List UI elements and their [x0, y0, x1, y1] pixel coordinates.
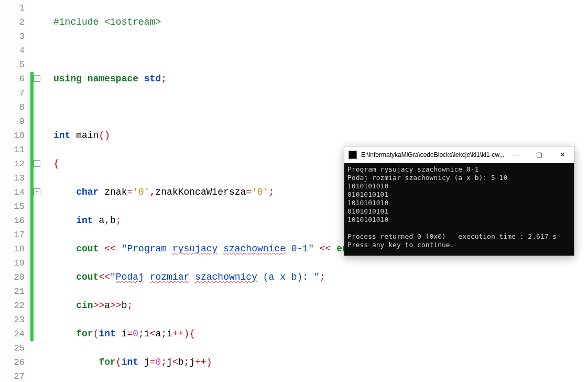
- change-marker: [30, 72, 34, 341]
- line-number: 15: [0, 199, 25, 214]
- line-number: 25: [0, 341, 25, 355]
- fold-toggle[interactable]: −: [34, 188, 40, 195]
- line-number: 20: [0, 270, 25, 284]
- console-app-icon: [349, 151, 357, 159]
- line-number: 8: [0, 100, 25, 114]
- line-number: 14: [0, 185, 25, 199]
- console-output[interactable]: Program rysujacy szachownice 0-1 Podaj r…: [344, 163, 574, 256]
- line-number: 19: [0, 256, 25, 270]
- line-number: 21: [0, 284, 25, 299]
- line-number: 6: [0, 72, 25, 86]
- line-number: 9: [0, 114, 25, 129]
- line-number-gutter: 1 2 3 4 5 6 7 8 9 10 11 12 13 14 15 16 1…: [0, 0, 30, 382]
- code-text-area[interactable]: #include <iostream> using namespace std;…: [42, 0, 371, 382]
- fold-column: − − −: [30, 0, 42, 382]
- minimize-button[interactable]: —: [505, 146, 528, 163]
- line-number: 18: [0, 242, 25, 256]
- maximize-button[interactable]: ▢: [528, 146, 551, 163]
- line-number: 1: [0, 1, 25, 15]
- line-number: 7: [0, 86, 25, 100]
- line-number: 10: [0, 129, 25, 143]
- console-title: E:\informatykaMiGra\codeBlocks\lekcje\kl…: [361, 151, 505, 158]
- fold-toggle[interactable]: −: [34, 160, 40, 167]
- console-window[interactable]: E:\informatykaMiGra\codeBlocks\lekcje\kl…: [344, 146, 574, 256]
- line-number: 12: [0, 157, 25, 171]
- console-titlebar[interactable]: E:\informatykaMiGra\codeBlocks\lekcje\kl…: [344, 146, 574, 163]
- line-number: 3: [0, 29, 25, 44]
- fold-toggle[interactable]: −: [34, 75, 40, 82]
- line-number: 17: [0, 228, 25, 242]
- line-number: 13: [0, 171, 25, 185]
- line-number: 16: [0, 214, 25, 228]
- line-number: 26: [0, 355, 25, 369]
- line-number: 24: [0, 327, 25, 341]
- line-number: 2: [0, 15, 25, 29]
- line-number: 4: [0, 44, 25, 58]
- line-number: 5: [0, 58, 25, 72]
- line-number: 27: [0, 369, 25, 382]
- close-button[interactable]: ✕: [551, 146, 574, 163]
- line-number: 22: [0, 299, 25, 313]
- line-number: 11: [0, 143, 25, 157]
- line-number: 23: [0, 313, 25, 327]
